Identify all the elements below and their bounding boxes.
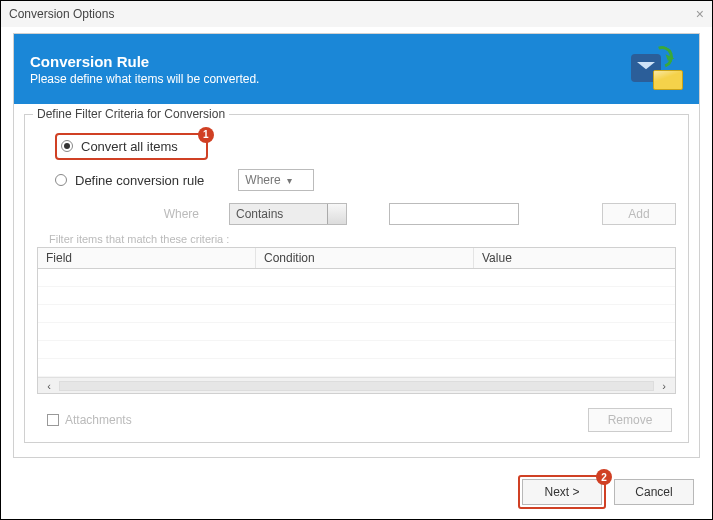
header-subtitle: Please define what items will be convert…	[30, 72, 627, 86]
criteria-grid: Field Condition Value ‹ ›	[37, 247, 676, 394]
radio-define-rule[interactable]	[55, 174, 67, 186]
col-value[interactable]: Value	[474, 248, 675, 268]
label-define-rule: Define conversion rule	[75, 173, 204, 188]
attachments-label: Attachments	[65, 413, 132, 427]
attachments-checkbox[interactable]	[47, 414, 59, 426]
radio-convert-all[interactable]	[61, 140, 73, 152]
where-label: Where	[99, 207, 199, 221]
fieldset-legend: Define Filter Criteria for Conversion	[33, 107, 229, 121]
mail-convert-icon	[627, 48, 683, 90]
scroll-left-icon[interactable]: ‹	[42, 380, 56, 392]
footer-buttons: Next > 2 Cancel	[518, 475, 694, 509]
label-convert-all: Convert all items	[81, 139, 178, 154]
col-condition[interactable]: Condition	[256, 248, 474, 268]
next-button[interactable]: Next >	[522, 479, 602, 505]
close-icon[interactable]: ×	[696, 6, 704, 22]
highlight-2: Next > 2	[518, 475, 606, 509]
col-field[interactable]: Field	[38, 248, 256, 268]
scroll-track[interactable]	[59, 381, 654, 391]
title-bar: Conversion Options ×	[1, 1, 712, 27]
match-criteria-label: Filter items that match these criteria :	[49, 233, 676, 245]
cancel-button[interactable]: Cancel	[614, 479, 694, 505]
header-banner: Conversion Rule Please define what items…	[14, 34, 699, 104]
badge-1: 1	[198, 127, 214, 143]
highlight-1: Convert all items 1	[55, 133, 208, 160]
remove-button[interactable]: Remove	[588, 408, 672, 432]
where-dropdown[interactable]: Where	[238, 169, 314, 191]
value-input[interactable]	[389, 203, 519, 225]
window-title: Conversion Options	[9, 7, 114, 21]
badge-2: 2	[596, 469, 612, 485]
filter-criteria-fieldset: Define Filter Criteria for Conversion Co…	[24, 114, 689, 443]
dialog-inner: Conversion Rule Please define what items…	[13, 33, 700, 458]
add-button[interactable]: Add	[602, 203, 676, 225]
header-title: Conversion Rule	[30, 53, 627, 70]
grid-scrollbar[interactable]: ‹ ›	[38, 377, 675, 393]
grid-header: Field Condition Value	[38, 248, 675, 269]
scroll-right-icon[interactable]: ›	[657, 380, 671, 392]
grid-body	[38, 269, 675, 377]
condition-dropdown[interactable]: Contains	[229, 203, 347, 225]
